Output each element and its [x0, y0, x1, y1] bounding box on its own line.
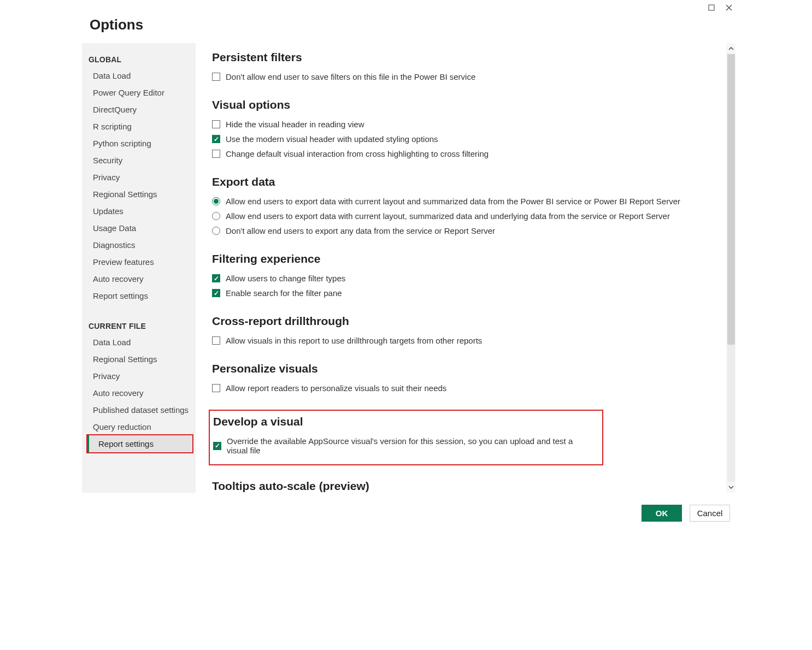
options-dialog: Options GLOBAL Data Load Power Query Edi… — [70, 0, 742, 527]
sidebar-section-current-file: CURRENT FILE — [82, 318, 196, 334]
sidebar-item-auto-recovery[interactable]: Auto recovery — [82, 270, 196, 287]
sidebar-item-regional-settings[interactable]: Regional Settings — [82, 186, 196, 203]
checkbox-checked-icon[interactable] — [212, 135, 220, 143]
option-label: Allow report readers to personalize visu… — [226, 383, 446, 393]
option-label: Use the modern visual header with update… — [226, 134, 438, 144]
group-develop-a-visual: Develop a visual — [213, 415, 595, 428]
sidebar-item-cf-published-dataset[interactable]: Published dataset settings — [82, 401, 196, 418]
option-export-underlying[interactable]: Allow end users to export data with curr… — [212, 209, 721, 223]
sidebar-item-cf-report-settings[interactable]: Report settings — [87, 435, 192, 452]
sidebar-item-cf-privacy[interactable]: Privacy — [82, 368, 196, 385]
sidebar-section-global: GLOBAL — [82, 52, 196, 67]
option-label: Allow end users to export data with curr… — [226, 211, 670, 221]
option-hide-visual-header[interactable]: Hide the visual header in reading view — [212, 117, 721, 132]
svg-rect-0 — [709, 5, 714, 10]
maximize-icon[interactable] — [703, 1, 720, 14]
option-modern-visual-header[interactable]: Use the modern visual header with update… — [212, 132, 721, 146]
sidebar-item-cf-data-load[interactable]: Data Load — [82, 334, 196, 351]
titlebar — [70, 0, 742, 15]
option-export-summarized[interactable]: Allow end users to export data with curr… — [212, 194, 721, 209]
option-label: Don't allow end users to export any data… — [226, 226, 495, 235]
checkbox-icon[interactable] — [212, 150, 220, 158]
checkbox-icon[interactable] — [212, 336, 220, 345]
main-content: Persistent filters Don't allow end user … — [196, 43, 726, 493]
option-cross-filtering-default[interactable]: Change default visual interaction from c… — [212, 146, 721, 161]
scroll-thumb[interactable] — [727, 54, 735, 345]
group-visual-options: Visual options — [212, 98, 721, 111]
sidebar-item-cf-regional-settings[interactable]: Regional Settings — [82, 351, 196, 368]
sidebar-item-privacy[interactable]: Privacy — [82, 169, 196, 186]
option-filter-pane-search[interactable]: Enable search for the filter pane — [212, 286, 721, 300]
option-label: Hide the visual header in reading view — [226, 120, 364, 129]
option-export-none[interactable]: Don't allow end users to export any data… — [212, 223, 721, 238]
sidebar-item-directquery[interactable]: DirectQuery — [82, 101, 196, 118]
sidebar-item-diagnostics[interactable]: Diagnostics — [82, 237, 196, 253]
option-develop-visual-override[interactable]: Override the available AppSource visual'… — [213, 434, 595, 458]
option-persistent-filters-dont-allow[interactable]: Don't allow end user to save filters on … — [212, 69, 721, 84]
option-label: Override the available AppSource visual'… — [227, 436, 595, 455]
group-export-data: Export data — [212, 175, 721, 188]
radio-icon[interactable] — [212, 212, 220, 220]
sidebar-item-python-scripting[interactable]: Python scripting — [82, 135, 196, 152]
group-filtering-experience: Filtering experience — [212, 252, 721, 265]
dialog-footer: OK Cancel — [70, 497, 742, 527]
sidebar: GLOBAL Data Load Power Query Editor Dire… — [82, 43, 196, 493]
sidebar-item-r-scripting[interactable]: R scripting — [82, 118, 196, 135]
dialog-title: Options — [70, 15, 742, 43]
sidebar-item-security[interactable]: Security — [82, 152, 196, 169]
option-label: Change default visual interaction from c… — [226, 149, 489, 158]
ok-button[interactable]: OK — [642, 505, 682, 522]
option-cross-report-drillthrough[interactable]: Allow visuals in this report to use dril… — [212, 333, 721, 348]
option-label: Allow end users to export data with curr… — [226, 197, 680, 206]
option-personalize-visuals[interactable]: Allow report readers to personalize visu… — [212, 381, 721, 395]
group-cross-report-drillthrough: Cross-report drillthrough — [212, 315, 721, 328]
option-change-filter-types[interactable]: Allow users to change filter types — [212, 271, 721, 286]
checkbox-icon[interactable] — [212, 73, 220, 81]
radio-icon[interactable] — [212, 227, 220, 235]
sidebar-item-usage-data[interactable]: Usage Data — [82, 220, 196, 237]
sidebar-item-power-query-editor[interactable]: Power Query Editor — [82, 84, 196, 101]
option-label: Don't allow end user to save filters on … — [226, 72, 475, 81]
checkbox-icon[interactable] — [212, 384, 220, 392]
scroll-track[interactable] — [727, 54, 735, 482]
scroll-down-icon[interactable] — [726, 482, 735, 493]
group-personalize-visuals: Personalize visuals — [212, 362, 721, 375]
scroll-up-icon[interactable] — [726, 43, 735, 54]
group-tooltips-autoscale: Tooltips auto-scale (preview) — [212, 480, 721, 493]
radio-checked-icon[interactable] — [212, 197, 220, 205]
annotation-sidebar-highlight: Report settings — [86, 434, 193, 453]
annotation-develop-visual-highlight: Develop a visual Override the available … — [209, 410, 603, 465]
cancel-button[interactable]: Cancel — [690, 505, 730, 522]
checkbox-checked-icon[interactable] — [213, 442, 221, 450]
checkbox-checked-icon[interactable] — [212, 274, 220, 282]
checkbox-checked-icon[interactable] — [212, 289, 220, 297]
option-label: Allow users to change filter types — [226, 274, 345, 283]
sidebar-item-cf-query-reduction[interactable]: Query reduction — [82, 418, 196, 435]
checkbox-icon[interactable] — [212, 120, 220, 128]
sidebar-item-preview-features[interactable]: Preview features — [82, 253, 196, 270]
close-icon[interactable] — [720, 1, 738, 14]
sidebar-item-data-load[interactable]: Data Load — [82, 67, 196, 84]
option-label: Allow visuals in this report to use dril… — [226, 336, 482, 345]
sidebar-item-updates[interactable]: Updates — [82, 203, 196, 220]
group-persistent-filters: Persistent filters — [212, 51, 721, 64]
sidebar-item-cf-auto-recovery[interactable]: Auto recovery — [82, 385, 196, 401]
option-label: Enable search for the filter pane — [226, 288, 342, 298]
scrollbar[interactable] — [726, 43, 735, 493]
sidebar-item-report-settings-global[interactable]: Report settings — [82, 287, 196, 304]
